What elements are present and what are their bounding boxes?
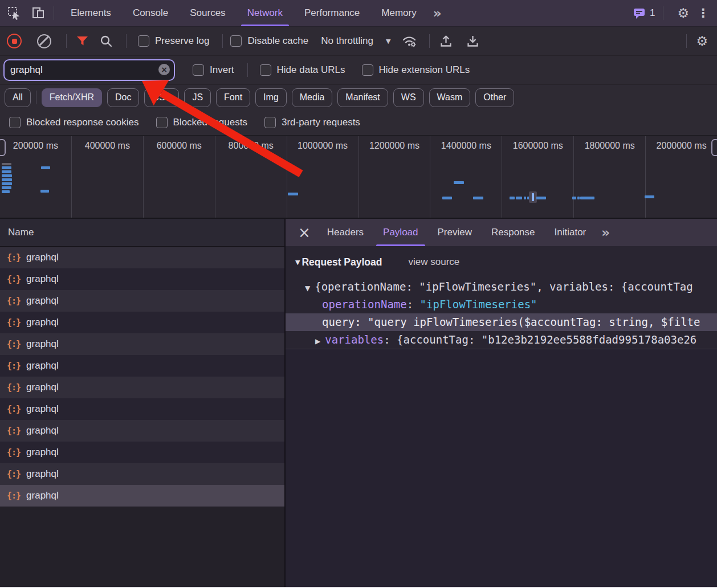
payload-key: query bbox=[322, 316, 355, 328]
devtools-window: ElementsConsoleSourcesNetworkPerformance… bbox=[0, 0, 717, 588]
kebab-menu-icon[interactable]: ⋮ bbox=[697, 7, 709, 19]
clear-network-log-icon[interactable] bbox=[37, 34, 51, 48]
network-split-view: Name {:}graphql{:}graphql{:}graphql{:}gr… bbox=[0, 219, 717, 588]
tab-network[interactable]: Network bbox=[237, 0, 294, 26]
request-row[interactable]: {:}graphql bbox=[0, 420, 284, 442]
name-column-header[interactable]: Name bbox=[0, 219, 284, 247]
chip-media[interactable]: Media bbox=[292, 88, 333, 107]
requests-panel: Name {:}graphql{:}graphql{:}graphql{:}gr… bbox=[0, 219, 284, 588]
checkbox-box bbox=[260, 64, 271, 76]
request-row[interactable]: {:}graphql bbox=[0, 355, 284, 377]
view-source-link[interactable]: view source bbox=[409, 256, 460, 268]
chip-other[interactable]: Other bbox=[475, 88, 514, 107]
timeline-column: 1000000 ms bbox=[287, 136, 359, 218]
request-row[interactable]: {:}graphql bbox=[0, 333, 284, 355]
request-name: graphql bbox=[26, 338, 59, 350]
export-har-icon[interactable] bbox=[466, 34, 479, 48]
more-filters-row: Blocked response cookies Blocked request… bbox=[0, 110, 717, 136]
detail-tab-payload[interactable]: Payload bbox=[373, 219, 427, 246]
tab-console[interactable]: Console bbox=[122, 0, 179, 26]
device-toolbar-icon[interactable] bbox=[30, 5, 47, 22]
blocked-cookies-checkbox[interactable]: Blocked response cookies bbox=[9, 117, 139, 128]
timeline-tick-label: 2000000 ms bbox=[646, 141, 717, 151]
detail-tab-initiator[interactable]: Initiator bbox=[545, 219, 596, 246]
network-conditions-icon[interactable] bbox=[401, 34, 417, 48]
request-name: graphql bbox=[26, 403, 59, 415]
payload-value: "query ipFlowTimeseries($accountTag: str… bbox=[368, 316, 700, 328]
panel-tabs: ElementsConsoleSourcesNetworkPerformance… bbox=[60, 0, 427, 26]
request-row[interactable]: {:}graphql bbox=[0, 442, 284, 463]
request-name: graphql bbox=[26, 295, 59, 307]
request-row[interactable]: {:}graphql bbox=[0, 247, 284, 268]
inspect-element-icon[interactable] bbox=[6, 5, 23, 22]
request-row[interactable]: {:}graphql bbox=[0, 290, 284, 312]
checkbox-label: Disable cache bbox=[247, 35, 308, 47]
chip-img[interactable]: Img bbox=[255, 88, 287, 107]
more-tabs-icon[interactable]: » bbox=[427, 6, 446, 21]
request-bar bbox=[536, 197, 546, 199]
hide-extension-urls-checkbox[interactable]: Hide extension URLs bbox=[362, 64, 470, 76]
chip-ws[interactable]: WS bbox=[393, 88, 424, 107]
payload-row-variables[interactable]: ▶variables: {accountTag: "b12e3b2192ee55… bbox=[286, 331, 717, 349]
issues-button[interactable]: 1 bbox=[633, 7, 655, 19]
disable-cache-checkbox[interactable]: Disable cache bbox=[230, 35, 308, 47]
timeline-overview[interactable]: 200000 ms400000 ms600000 ms800000 ms1000… bbox=[0, 136, 717, 219]
request-row[interactable]: {:}graphql bbox=[0, 485, 284, 507]
settings-gear-icon[interactable]: ⚙ bbox=[677, 7, 689, 20]
timeline-right-handle[interactable] bbox=[711, 139, 717, 156]
request-bar bbox=[473, 197, 483, 199]
throttling-select[interactable]: No throttling ▼ bbox=[321, 35, 390, 47]
network-settings-gear-icon[interactable]: ⚙ bbox=[696, 35, 708, 48]
detail-tab-response[interactable]: Response bbox=[482, 219, 545, 246]
payload-row-query[interactable]: query: "query ipFlowTimeseries($accountT… bbox=[286, 313, 717, 331]
request-name: graphql bbox=[26, 468, 59, 480]
blocked-requests-checkbox[interactable]: Blocked requests bbox=[156, 117, 247, 128]
divider bbox=[36, 91, 36, 104]
expanded-triangle-icon[interactable]: ▼ bbox=[305, 284, 310, 292]
detail-tabbar: × HeadersPayloadPreviewResponseInitiator… bbox=[286, 219, 717, 246]
collapsed-triangle-icon[interactable]: ▶ bbox=[315, 337, 320, 345]
tab-performance[interactable]: Performance bbox=[294, 0, 370, 26]
timeline-tick-label: 600000 ms bbox=[144, 141, 215, 151]
tab-memory[interactable]: Memory bbox=[370, 0, 427, 26]
payload-root-preview: {operationName: "ipFlowTimeseries", vari… bbox=[315, 280, 692, 293]
chip-js[interactable]: JS bbox=[184, 88, 211, 107]
chip-doc[interactable]: Doc bbox=[107, 88, 139, 107]
chip-font[interactable]: Font bbox=[216, 88, 250, 107]
close-icon[interactable]: × bbox=[291, 225, 317, 240]
payload-root-row[interactable]: ▼{operationName: "ipFlowTimeseries", var… bbox=[286, 278, 717, 296]
preserve-log-checkbox[interactable]: Preserve log bbox=[138, 35, 209, 47]
import-har-icon[interactable] bbox=[439, 34, 453, 48]
filter-funnel-icon[interactable] bbox=[76, 36, 88, 46]
payload-key: variables bbox=[325, 333, 384, 346]
third-party-checkbox[interactable]: 3rd-party requests bbox=[264, 117, 360, 128]
tab-elements[interactable]: Elements bbox=[60, 0, 122, 26]
chip-css[interactable]: CSS bbox=[144, 88, 179, 107]
chip-all[interactable]: All bbox=[5, 88, 31, 107]
timeline-left-handle[interactable] bbox=[0, 139, 6, 156]
request-row[interactable]: {:}graphql bbox=[0, 463, 284, 485]
clear-filter-icon[interactable]: × bbox=[158, 64, 170, 75]
tab-sources[interactable]: Sources bbox=[179, 0, 236, 26]
filter-input[interactable]: graphql × bbox=[3, 59, 175, 81]
invert-checkbox[interactable]: Invert bbox=[193, 64, 234, 76]
detail-tab-headers[interactable]: Headers bbox=[317, 219, 373, 246]
checkbox-box bbox=[138, 35, 149, 47]
checkbox-label: Invert bbox=[210, 64, 234, 76]
payload-value: "ipFlowTimeseries" bbox=[420, 298, 537, 311]
request-row[interactable]: {:}graphql bbox=[0, 398, 284, 420]
collapse-triangle-icon[interactable]: ▼ bbox=[295, 259, 300, 266]
hide-data-urls-checkbox[interactable]: Hide data URLs bbox=[260, 64, 345, 76]
request-row[interactable]: {:}graphql bbox=[0, 268, 284, 290]
payload-row-operation-name[interactable]: operationName: "ipFlowTimeseries" bbox=[286, 296, 717, 313]
detail-tab-preview[interactable]: Preview bbox=[428, 219, 482, 246]
chip-wasm[interactable]: Wasm bbox=[429, 88, 471, 107]
chip-manifest[interactable]: Manifest bbox=[337, 88, 388, 107]
more-detail-tabs-icon[interactable]: » bbox=[596, 225, 614, 240]
issues-count: 1 bbox=[650, 7, 655, 19]
request-row[interactable]: {:}graphql bbox=[0, 312, 284, 333]
chip-fetchxhr[interactable]: Fetch/XHR bbox=[42, 88, 102, 107]
request-row[interactable]: {:}graphql bbox=[0, 377, 284, 398]
record-network-log-icon[interactable] bbox=[7, 34, 22, 48]
search-icon[interactable] bbox=[100, 35, 113, 48]
